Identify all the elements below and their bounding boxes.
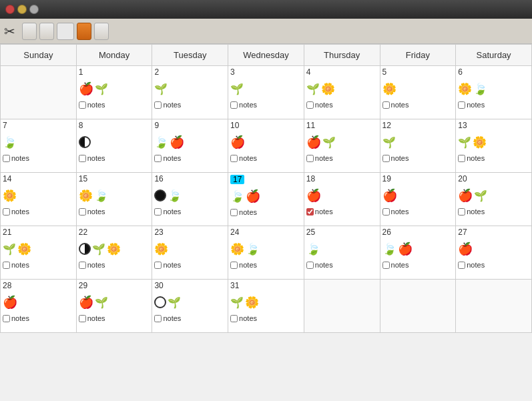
calendar-cell-30[interactable]: 30🌱 notes [152, 280, 228, 333]
calendar-cell-25[interactable]: 25🍃 notes [304, 226, 380, 280]
calendar-cell-16[interactable]: 16🍃 notes [152, 173, 228, 226]
calendar-cell-empty-4-4[interactable] [304, 280, 380, 333]
notes-checkbox[interactable] [458, 262, 465, 269]
next-button[interactable] [77, 23, 91, 40]
notes-row: notes [458, 154, 529, 162]
notes-checkbox[interactable] [3, 208, 10, 216]
leaf-icon: 🍃 [246, 242, 260, 256]
calendar-cell-7[interactable]: 7🍃 notes [1, 119, 77, 173]
notes-checkbox[interactable] [382, 208, 390, 216]
calendar-cell-4[interactable]: 4🌱🌼 notes [304, 66, 380, 119]
calendar-cell-8[interactable]: 8 notes [76, 119, 152, 173]
day-number: 7 [3, 121, 74, 130]
notes-label: notes [239, 101, 257, 109]
calendar-cell-23[interactable]: 23🌼 notes [152, 226, 228, 280]
calendar-cell-29[interactable]: 29🍎🌱 notes [76, 280, 152, 333]
calendar-cell-27[interactable]: 27🍎 notes [456, 226, 532, 280]
notes-label: notes [163, 208, 181, 216]
notes-checkbox[interactable] [3, 155, 10, 162]
notes-checkbox[interactable] [3, 262, 10, 269]
calendar-cell-empty-0-0[interactable] [1, 66, 77, 119]
notes-checkbox[interactable] [154, 208, 162, 216]
calendar-cell-22[interactable]: 22🌱🌼 notes [76, 226, 152, 280]
notes-checkbox[interactable] [306, 155, 314, 162]
notes-checkbox[interactable] [230, 155, 238, 162]
notes-label: notes [11, 314, 29, 322]
calendar-cell-6[interactable]: 6🌼🍃 notes [456, 66, 532, 119]
calendar-cell-12[interactable]: 12🌱 notes [380, 119, 456, 173]
root-icon: 🌱 [95, 296, 108, 309]
calendar-cell-31[interactable]: 31🌱🌼 notes [228, 280, 304, 333]
notes-checkbox[interactable] [382, 155, 390, 162]
day-number: 4 [306, 67, 378, 77]
calendar-cell-2[interactable]: 2🌱 notes [152, 66, 228, 119]
calendar-cell-15[interactable]: 15🌼🍃 notes [76, 173, 152, 226]
notes-label: notes [391, 208, 409, 216]
calendar-cell-empty-4-6[interactable] [456, 280, 532, 333]
notes-checkbox[interactable] [306, 101, 314, 109]
notes-checkbox[interactable] [79, 155, 86, 162]
notes-checkbox[interactable] [79, 101, 86, 109]
notes-checkbox[interactable] [458, 208, 465, 216]
notes-checkbox[interactable] [458, 101, 465, 109]
prev-button[interactable] [39, 23, 54, 40]
notes-checkbox[interactable] [382, 262, 390, 269]
calendar-cell-11[interactable]: 11🍎🌱 notes [304, 119, 380, 173]
notes-checkbox[interactable] [3, 315, 10, 322]
notes-checkbox[interactable] [306, 262, 314, 269]
day-number: 26 [382, 228, 454, 237]
calendar-cell-19[interactable]: 19🍎 notes [380, 173, 456, 226]
notes-checkbox[interactable] [382, 101, 390, 109]
notes-checkbox[interactable] [230, 209, 238, 216]
notes-checkbox[interactable] [230, 101, 238, 109]
notes-checkbox[interactable] [230, 315, 238, 322]
calendar-cell-28[interactable]: 28🍎 notes [1, 280, 77, 333]
calendar-cell-empty-4-5[interactable] [380, 280, 456, 333]
notes-checkbox[interactable] [154, 262, 162, 269]
leaf-icon: 🍃 [3, 135, 17, 149]
moon-half-right-icon [79, 243, 91, 255]
scissors-icon[interactable]: ✂ [4, 23, 15, 39]
calendar-cell-26[interactable]: 26🍃🍎 notes [380, 226, 456, 280]
minimize-icon[interactable] [17, 5, 27, 14]
leaf-icon: 🍃 [94, 189, 108, 203]
notes-checkbox[interactable] [230, 262, 238, 269]
notes-checkbox[interactable] [79, 315, 86, 322]
notes-checkbox[interactable] [306, 208, 314, 216]
calendar-cell-21[interactable]: 21🌱🌼 notes [1, 226, 77, 280]
notes-checkbox[interactable] [154, 101, 162, 109]
calendar-cell-18[interactable]: 18🍎 notes [304, 173, 380, 226]
apple-icon: 🍎 [382, 188, 397, 203]
calendar-cell-9[interactable]: 9🍃🍎 notes [152, 119, 228, 173]
day-number: 9 [154, 121, 226, 130]
calendar-cell-14[interactable]: 14🌼 notes [1, 173, 77, 226]
apple-icon: 🍎 [230, 135, 245, 149]
root-icon: 🌱 [322, 136, 336, 149]
calendar-cell-17[interactable]: 17🍃🍎 notes [228, 173, 304, 226]
notes-label: notes [467, 101, 485, 109]
notes-label: notes [315, 208, 333, 216]
calendar-cell-13[interactable]: 13🌱🌼 notes [456, 119, 532, 173]
close-icon[interactable] [5, 5, 15, 14]
cell-icons: 🍃 [154, 185, 226, 206]
calendar-cell-20[interactable]: 20🍎🌱 notes [456, 173, 532, 226]
cell-icons: 🍎 [306, 185, 378, 206]
notes-checkbox[interactable] [154, 155, 162, 162]
header-monday: Monday [76, 45, 152, 66]
next-next-button[interactable] [94, 23, 109, 40]
notes-label: notes [163, 154, 181, 162]
calendar-cell-5[interactable]: 5🌼 notes [380, 66, 456, 119]
calendar-cell-3[interactable]: 3🌱 notes [228, 66, 304, 119]
calendar-cell-10[interactable]: 10🍎 notes [228, 119, 304, 173]
calendar-cell-1[interactable]: 1🍎🌱 notes [76, 66, 152, 119]
prev-prev-button[interactable] [22, 23, 37, 40]
cell-icons: 🌼 [382, 78, 454, 99]
notes-checkbox[interactable] [458, 155, 465, 162]
notes-checkbox[interactable] [79, 262, 86, 269]
notes-checkbox[interactable] [79, 208, 86, 216]
maximize-icon[interactable] [29, 5, 39, 14]
notes-checkbox[interactable] [154, 315, 162, 322]
notes-row: notes [79, 261, 150, 269]
notes-row: notes [79, 101, 150, 109]
calendar-cell-24[interactable]: 24🌼🍃 notes [228, 226, 304, 280]
